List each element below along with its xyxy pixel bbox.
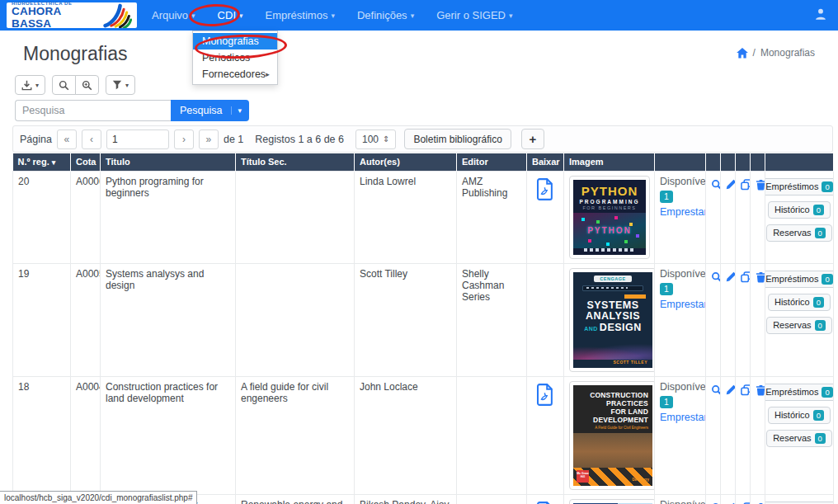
- top-navbar: HIDROELÉCTRICA DE CAHORA BASSA Arquivo ▾…: [0, 0, 838, 31]
- menu-item-fornecedores[interactable]: Fornecedores ▸: [193, 66, 277, 82]
- caret-down-icon: ▾: [331, 12, 335, 20]
- table-row: 19 A0005 Systems analysys and design Sco…: [13, 263, 834, 376]
- page-title: Monografias: [23, 43, 128, 65]
- emprestimos-button[interactable]: Empréstimos 0: [765, 502, 834, 504]
- cell-baixar: [527, 494, 564, 504]
- caret-down-icon: ▾: [35, 82, 39, 89]
- emprestimos-button[interactable]: Empréstimos 0: [765, 271, 834, 288]
- nav-item-cdi[interactable]: CDI ▾: [218, 9, 243, 21]
- header-empty-actions: [765, 153, 834, 171]
- pdf-download-icon[interactable]: [535, 384, 555, 406]
- cell-editor: [457, 494, 527, 504]
- nav-item-definicoes[interactable]: Definições ▾: [357, 9, 414, 21]
- book-cover-hydroelectric[interactable]: [569, 499, 655, 504]
- copy-button[interactable]: [736, 171, 751, 263]
- search-toggle-button[interactable]: [52, 75, 76, 95]
- delete-button[interactable]: [751, 494, 765, 504]
- edit-button[interactable]: [721, 376, 736, 494]
- nav-item-gerir-siged[interactable]: Gerir o SIGED ▾: [436, 9, 512, 21]
- copy-button[interactable]: [736, 263, 751, 376]
- last-page-button[interactable]: »: [199, 130, 219, 149]
- edit-button[interactable]: [721, 263, 736, 376]
- emprestimos-button[interactable]: Empréstimos 0: [765, 178, 834, 195]
- view-button[interactable]: [706, 263, 721, 376]
- view-button[interactable]: [706, 376, 721, 494]
- reservas-button[interactable]: Reservas 0: [766, 317, 832, 334]
- emprestimos-button[interactable]: Empréstimos 0: [765, 384, 834, 401]
- status-label: Disponível: [660, 176, 706, 187]
- delete-button[interactable]: [751, 171, 765, 263]
- delete-button[interactable]: [751, 376, 765, 494]
- logo-title: CAHORA BASSA: [12, 6, 101, 29]
- edit-button[interactable]: [721, 171, 736, 263]
- historico-button[interactable]: Histórico 0: [768, 407, 831, 424]
- cell-titulo-sec: A field guide for civil engeneers: [236, 376, 355, 494]
- cell-reg: 19: [13, 263, 71, 376]
- reservas-button[interactable]: Reservas 0: [766, 430, 832, 447]
- cell-status: Disponível 1: [655, 494, 706, 504]
- header-cota[interactable]: Cota: [71, 153, 101, 171]
- book-cover-python[interactable]: PYTHON PROGRAMMING FOR BEGINNERS PYTHON: [569, 176, 650, 259]
- toolbar: ▾ ▾: [15, 75, 135, 95]
- copy-button[interactable]: [736, 376, 751, 494]
- caret-down-icon: ▾: [191, 12, 195, 20]
- header-autores[interactable]: Autor(es): [355, 153, 457, 171]
- view-button[interactable]: [706, 494, 721, 504]
- user-account-icon[interactable]: [813, 7, 828, 21]
- reservas-button[interactable]: Reservas 0: [766, 224, 832, 242]
- cell-baixar: [527, 171, 564, 263]
- delete-button[interactable]: [751, 263, 765, 376]
- nav-item-emprestimos[interactable]: Empréstimos ▾: [266, 9, 335, 21]
- count-badge: 0: [822, 387, 832, 398]
- add-record-button[interactable]: +: [521, 129, 544, 149]
- header-baixar[interactable]: Baixar: [527, 153, 564, 171]
- caret-down-icon: ▾: [231, 106, 249, 115]
- prev-page-button[interactable]: ‹: [82, 130, 101, 149]
- header-titulo[interactable]: Titulo: [101, 153, 236, 171]
- edit-button[interactable]: [721, 494, 736, 504]
- cell-autores: Scott Tilley: [355, 263, 457, 376]
- pdf-download-icon[interactable]: [535, 502, 555, 504]
- emprestar-link[interactable]: Emprestar: [660, 299, 706, 310]
- page-size-select[interactable]: 100 ⇕: [355, 130, 396, 149]
- pagination-bar: Página « ‹ › » de 1 Registos 1 a 6 de 6 …: [12, 125, 833, 153]
- mcgraw-hill-logo: Mc Graw Hill: [577, 470, 589, 483]
- historico-button[interactable]: Histórico 0: [768, 294, 831, 311]
- next-page-button[interactable]: ›: [174, 130, 194, 149]
- search-input[interactable]: [15, 100, 171, 121]
- pdf-download-icon[interactable]: [535, 178, 555, 200]
- header-titulo-sec[interactable]: Título Sec.: [236, 153, 355, 171]
- cell-autores: Bikash Pandey, Ajoy Karki: [355, 494, 457, 504]
- cell-editor: Shelly Cashman Series: [457, 263, 527, 376]
- page-number-input[interactable]: [106, 130, 169, 149]
- advanced-search-button[interactable]: [75, 75, 99, 95]
- header-editor[interactable]: Editor: [457, 153, 527, 171]
- select-arrows-icon: ⇕: [383, 134, 389, 144]
- header-imagem[interactable]: Imagem: [564, 153, 655, 171]
- home-icon[interactable]: [737, 48, 748, 59]
- available-count-badge: 1: [660, 283, 673, 295]
- book-cover-construction[interactable]: CONSTRUCTION PRACTICES FOR LAND DEVELOPM…: [569, 381, 655, 490]
- menu-item-periodicos[interactable]: Periodicos: [193, 49, 277, 66]
- emprestar-link[interactable]: Emprestar: [660, 412, 706, 423]
- caret-down-icon: ▾: [125, 82, 129, 89]
- hcb-logo[interactable]: HIDROELÉCTRICA DE CAHORA BASSA: [7, 2, 137, 28]
- menu-item-monografias[interactable]: Monografias: [193, 33, 277, 49]
- available-count-badge: 1: [660, 191, 673, 203]
- header-reg[interactable]: N.º reg.▾: [13, 153, 71, 171]
- historico-button[interactable]: Histórico 0: [768, 201, 831, 219]
- view-button[interactable]: [706, 171, 721, 263]
- first-page-button[interactable]: «: [57, 130, 77, 149]
- boletim-bibliografico-button[interactable]: Boletim bibliográfico: [404, 129, 511, 149]
- search-button[interactable]: Pesquisa ▾: [171, 100, 249, 121]
- book-cover-systems[interactable]: CENGAGE SYSTEMS ANALYSIS ANDDESIGN SCOTT…: [569, 268, 655, 372]
- cell-titulo-sec: [236, 171, 355, 263]
- emprestar-link[interactable]: Emprestar: [660, 206, 706, 218]
- copy-button[interactable]: [736, 494, 751, 504]
- cell-actions: Empréstimos 0 Histórico 0 Reservas 0: [765, 263, 834, 376]
- nav-item-arquivo[interactable]: Arquivo ▾: [152, 9, 195, 21]
- filter-button[interactable]: ▾: [106, 75, 135, 95]
- export-button[interactable]: ▾: [15, 75, 45, 95]
- count-badge: 0: [813, 297, 824, 308]
- count-badge: 0: [815, 433, 826, 444]
